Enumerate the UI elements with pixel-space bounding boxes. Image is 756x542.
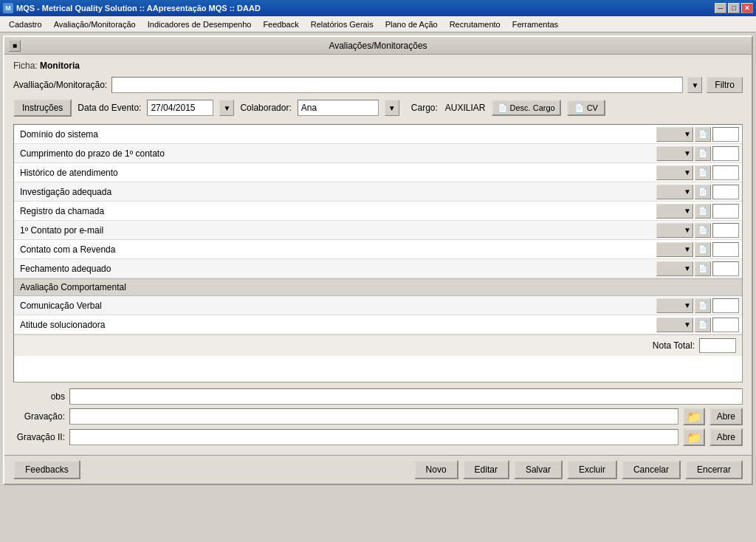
item-score-2[interactable]: [712, 165, 739, 180]
gravacao-ii-abre-button[interactable]: Abre: [709, 428, 743, 446]
item-controls: ▼ 📄: [656, 298, 742, 313]
item-dropdown-0[interactable]: ▼: [656, 127, 693, 142]
nota-total-input[interactable]: [699, 338, 736, 353]
menu-avaliacao[interactable]: Avaliação/Monitoração: [48, 18, 142, 30]
minimize-button[interactable]: ─: [715, 3, 726, 13]
item-controls: ▼ 📄: [656, 127, 742, 142]
item-dropdown-2[interactable]: ▼: [656, 165, 693, 180]
ficha-row: Ficha: Monitoria: [13, 61, 743, 71]
menu-recrutamento[interactable]: Recrutamento: [444, 18, 506, 30]
avaliacao-dropdown[interactable]: ▼: [687, 77, 702, 93]
instrucoes-button[interactable]: Instruções: [13, 99, 72, 117]
colaborador-dropdown[interactable]: ▼: [385, 100, 399, 116]
item-label: Atitude solucionadora: [14, 317, 656, 333]
colaborador-input[interactable]: [298, 100, 379, 116]
items-scroll-area[interactable]: Domínio do sistema ▼ 📄 Cumprimento do pr…: [14, 125, 742, 382]
window-title: Avaliações/Monitorações: [21, 41, 735, 51]
item-score-7[interactable]: [712, 261, 739, 276]
item-score-4[interactable]: [712, 204, 739, 219]
gravacao-abre-button[interactable]: Abre: [709, 408, 743, 425]
app-icon: M: [3, 3, 13, 13]
menu-relatorios[interactable]: Relatórios Gerais: [305, 18, 379, 30]
restore-button[interactable]: □: [728, 3, 740, 13]
gravacao-ii-row: Gravação II: 📁 Abre: [13, 428, 743, 446]
gravacao-ii-label: Gravação II:: [13, 432, 65, 442]
item-controls: ▼ 📄: [656, 165, 742, 180]
item-dropdown-1[interactable]: ▼: [656, 146, 693, 161]
event-row: Instruções Data do Evento: ▼ Colaborador…: [13, 99, 743, 117]
salvar-button[interactable]: Salvar: [514, 460, 563, 479]
editar-button[interactable]: Editar: [463, 460, 509, 479]
feedbacks-button[interactable]: Feedbacks: [13, 460, 80, 479]
table-row: Domínio do sistema ▼ 📄: [14, 125, 742, 144]
excluir-button[interactable]: Excluir: [567, 460, 617, 479]
item-score-0[interactable]: [712, 127, 739, 142]
item-dropdown-9[interactable]: ▼: [656, 318, 693, 332]
desc-cargo-button[interactable]: 📄 Desc. Cargo: [492, 100, 561, 116]
item-score-5[interactable]: [712, 223, 739, 238]
item-note-3[interactable]: 📄: [695, 185, 711, 199]
item-controls: ▼ 📄: [656, 204, 742, 219]
section-header-comportamental: Avaliação Comportamental: [14, 278, 742, 296]
item-score-1[interactable]: [712, 146, 739, 161]
item-dropdown-7[interactable]: ▼: [656, 261, 693, 276]
ficha-value: Monitoria: [40, 61, 80, 71]
avaliacao-input[interactable]: [111, 77, 683, 93]
table-row: Contato com a Revenda ▼ 📄: [14, 240, 742, 259]
date-input[interactable]: [147, 100, 213, 116]
gravacao-folder-button[interactable]: 📁: [683, 408, 705, 425]
item-label: Fechamento adequado: [14, 261, 656, 277]
item-note-8[interactable]: 📄: [695, 298, 711, 313]
item-note-5[interactable]: 📄: [695, 223, 711, 238]
colaborador-label: Colaborador:: [240, 103, 291, 113]
novo-button[interactable]: Novo: [414, 460, 458, 479]
item-note-6[interactable]: 📄: [695, 242, 711, 257]
item-label: Investigação adequada: [14, 184, 656, 200]
item-note-1[interactable]: 📄: [695, 146, 711, 161]
gravacao-ii-input[interactable]: [69, 429, 678, 445]
item-score-8[interactable]: [712, 298, 739, 313]
item-score-9[interactable]: [712, 318, 739, 332]
item-dropdown-6[interactable]: ▼: [656, 242, 693, 257]
gravacao-ii-folder-button[interactable]: 📁: [683, 428, 705, 446]
encerrar-button[interactable]: Encerrar: [685, 460, 743, 479]
cv-document-icon: 📄: [574, 103, 585, 113]
collapse-button[interactable]: ■: [9, 40, 21, 52]
menu-plano[interactable]: Plano de Ação: [379, 18, 444, 30]
menu-feedback[interactable]: Feedback: [257, 18, 304, 30]
obs-input[interactable]: [69, 388, 743, 405]
item-controls: ▼ 📄: [656, 185, 742, 199]
item-score-6[interactable]: [712, 242, 739, 257]
menu-ferramentas[interactable]: Ferramentas: [506, 18, 564, 30]
document-icon: 📄: [498, 103, 508, 113]
item-note-9[interactable]: 📄: [695, 318, 711, 332]
date-dropdown-button[interactable]: ▼: [219, 100, 234, 116]
item-note-0[interactable]: 📄: [695, 127, 711, 142]
table-row: 1º Contato por e-mail ▼ 📄: [14, 221, 742, 240]
data-evento-label: Data do Evento:: [78, 103, 141, 113]
item-dropdown-3[interactable]: ▼: [656, 185, 693, 199]
item-note-4[interactable]: 📄: [695, 204, 711, 219]
close-button[interactable]: ✕: [741, 3, 753, 13]
item-dropdown-4[interactable]: ▼: [656, 204, 693, 219]
window-controls: ─ □ ✕: [715, 3, 753, 13]
cancelar-button[interactable]: Cancelar: [622, 460, 681, 479]
filtro-button[interactable]: Filtro: [707, 77, 743, 93]
item-score-3[interactable]: [712, 185, 739, 199]
menu-indicadores[interactable]: Indicadores de Desempenho: [142, 18, 258, 30]
form-content: Ficha: Monitoria Avalliação/Monitoração:…: [4, 55, 752, 455]
item-dropdown-8[interactable]: ▼: [656, 298, 693, 313]
nota-total-row: Nota Total:: [14, 335, 742, 356]
cv-button[interactable]: 📄 CV: [567, 100, 605, 116]
menu-cadastro[interactable]: Cadastro: [3, 18, 48, 30]
items-table: Domínio do sistema ▼ 📄 Cumprimento do pr…: [13, 124, 743, 383]
item-dropdown-5[interactable]: ▼: [656, 223, 693, 238]
table-row: Fechamento adequado ▼ 📄: [14, 259, 742, 278]
item-note-7[interactable]: 📄: [695, 261, 711, 276]
item-controls: ▼ 📄: [656, 261, 742, 276]
cargo-label: Cargo:: [411, 103, 438, 113]
obs-row: obs: [13, 388, 743, 405]
gravacao-input[interactable]: [69, 408, 678, 425]
item-note-2[interactable]: 📄: [695, 165, 711, 180]
nota-total-label: Nota Total:: [653, 340, 695, 351]
